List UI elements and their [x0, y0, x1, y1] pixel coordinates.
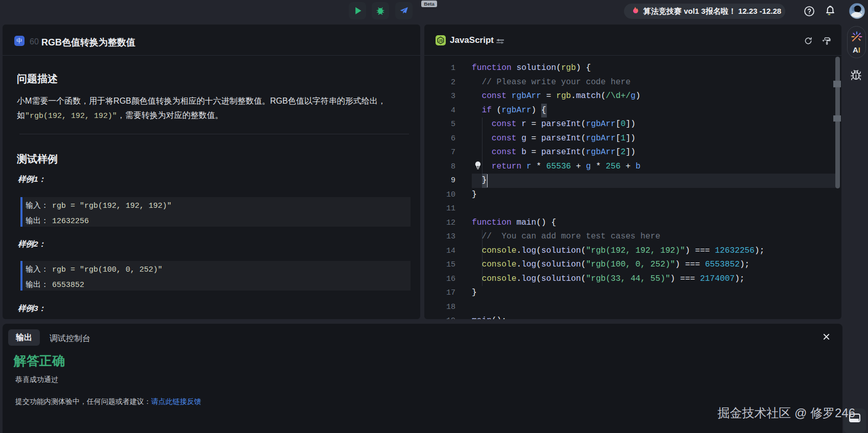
svg-text:JS: JS: [439, 39, 443, 42]
